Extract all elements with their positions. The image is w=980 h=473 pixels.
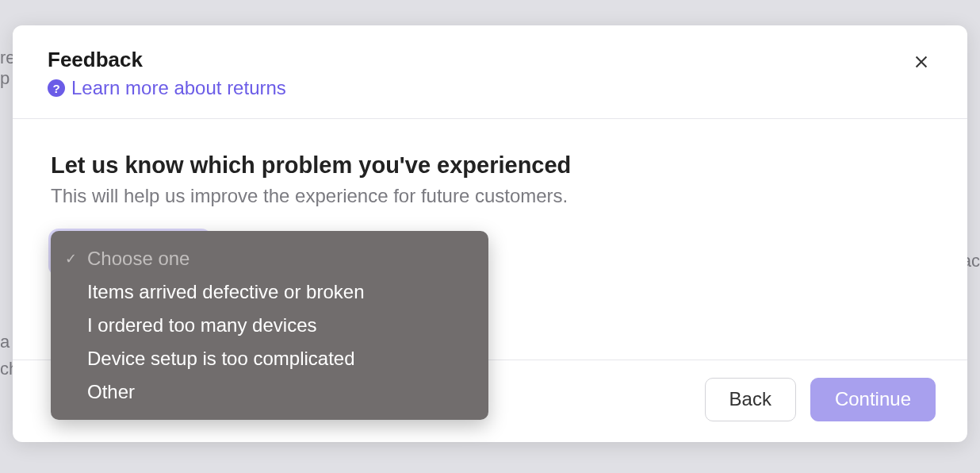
dropdown-option-label: Other	[87, 381, 135, 403]
dropdown-option-too-many[interactable]: I ordered too many devices	[60, 309, 469, 342]
back-button[interactable]: Back	[705, 378, 796, 421]
learn-more-text: Learn more about returns	[71, 77, 286, 99]
modal-body: Let us know which problem you've experie…	[13, 119, 967, 360]
feedback-question: Let us know which problem you've experie…	[51, 152, 929, 179]
close-icon	[913, 53, 930, 71]
learn-more-link[interactable]: ? Learn more about returns	[48, 77, 286, 99]
bg-text: p	[0, 68, 10, 89]
feedback-subtext: This will help us improve the experience…	[51, 185, 929, 207]
dropdown-option-placeholder[interactable]: ✓ Choose one	[60, 242, 469, 275]
check-icon: ✓	[60, 250, 81, 267]
help-icon: ?	[48, 79, 65, 97]
dropdown-option-label: Device setup is too complicated	[87, 348, 355, 370]
dropdown-option-complicated[interactable]: Device setup is too complicated	[60, 342, 469, 375]
dropdown-option-other[interactable]: Other	[60, 375, 469, 409]
dropdown-option-label: Items arrived defective or broken	[87, 281, 365, 303]
reason-dropdown: ✓ Choose one Items arrived defective or …	[51, 231, 488, 420]
continue-button[interactable]: Continue	[810, 378, 936, 421]
dropdown-option-defective[interactable]: Items arrived defective or broken	[60, 275, 469, 309]
bg-text: a	[0, 332, 10, 352]
modal-header: Feedback ? Learn more about returns	[13, 25, 967, 119]
dropdown-option-label: Choose one	[87, 248, 189, 270]
feedback-modal: Feedback ? Learn more about returns Let …	[13, 25, 967, 442]
close-button[interactable]	[910, 51, 932, 73]
reason-select-wrap: Choose one ✓ Choose one Items arrived de…	[51, 231, 209, 274]
modal-title: Feedback	[48, 48, 932, 72]
dropdown-option-label: I ordered too many devices	[87, 314, 317, 336]
